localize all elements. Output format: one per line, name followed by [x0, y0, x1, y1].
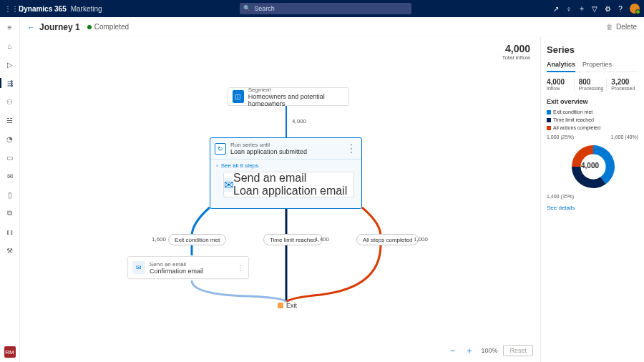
filter-icon[interactable]: ▽	[588, 5, 601, 13]
exit-label: Exit	[286, 302, 297, 309]
nav-settings2-icon[interactable]: ⚒	[4, 245, 16, 256]
exit-overview-heading: Exit overview	[547, 98, 638, 105]
donut-label-tl: 1,000 (25%)	[547, 134, 574, 140]
email-icon-2: ✉	[132, 261, 145, 274]
zoom-level: 100%	[481, 347, 497, 354]
series-type: Run series until	[230, 142, 307, 148]
page-header: ← Journey 1 Completed 🗑 Delete	[20, 17, 644, 37]
branch-time-count: 1,400	[315, 236, 329, 243]
search-box[interactable]: 🔍	[240, 3, 411, 14]
donut-center: 4,000	[581, 162, 599, 170]
segment-label: Homeowners and potential homeowners	[248, 93, 348, 107]
branch-all-pill[interactable]: All steps completed	[356, 234, 419, 245]
delete-button[interactable]: Delete	[616, 23, 637, 31]
stat-processing: 800Processing	[579, 78, 608, 91]
tab-analytics[interactable]: Analytics	[547, 61, 575, 72]
see-all-steps-link[interactable]: ›See all 8 steps	[210, 160, 361, 172]
panel-title: Series	[547, 44, 638, 55]
nav-copy-icon[interactable]: ⧉	[4, 207, 16, 219]
series-label: Loan application submitted	[230, 148, 307, 155]
zoom-out-button[interactable]: −	[447, 346, 458, 356]
status-dot-icon	[87, 25, 92, 29]
nav-menu-icon[interactable]: ≡	[4, 21, 16, 33]
nav-people-icon[interactable]: ⚇	[4, 96, 16, 107]
details-panel: Series Analytics Properties 4,000Inflow …	[540, 37, 644, 362]
stat-processed: 3,200Processed	[611, 78, 638, 91]
branch-time-pill[interactable]: Time limit reached	[263, 234, 323, 245]
segment-icon: ◫	[233, 90, 244, 103]
donut-chart: 1,000 (25%) 1,600 (40%) 1,400 (35%) 4,00…	[547, 134, 638, 199]
nav-mail-icon[interactable]: ✉	[4, 170, 16, 182]
nav-clock-icon[interactable]: ◔	[4, 133, 16, 145]
left-nav-rail: ≡ ⌂ ▷ ⇶ ⚇ ☱ ◔ ▭ ✉ ▯ ⧉ ⫾⫾ ⚒ RM	[0, 17, 20, 362]
plus-icon[interactable]: ＋	[575, 4, 588, 14]
email-node-label: Confirmation email	[150, 268, 203, 275]
email-node[interactable]: ✉ Send an email Confirmation email ⋮	[127, 256, 249, 279]
see-details-link[interactable]: See details	[547, 205, 638, 211]
donut-label-bl: 1,400 (35%)	[547, 194, 574, 199]
segment-node[interactable]: ◫ Segment Homeowners and potential homeo…	[228, 87, 349, 106]
back-button[interactable]: ←	[27, 23, 35, 31]
lightbulb-icon[interactable]: ♀	[562, 5, 575, 13]
donut-label-tr: 1,600 (40%)	[611, 134, 638, 140]
tab-properties[interactable]: Properties	[582, 61, 612, 72]
zoom-in-button[interactable]: ＋	[464, 346, 475, 356]
zoom-reset-button[interactable]: Reset	[503, 345, 533, 356]
app-launcher-icon[interactable]: ⋮⋮⋮	[4, 5, 14, 13]
segment-type: Segment	[248, 87, 348, 93]
chart-legend: Exit condition met Time limit reached Al…	[547, 109, 638, 130]
branch-exit-pill[interactable]: Exit condition met	[168, 234, 226, 245]
branch-exit-count: 1,600	[152, 236, 166, 243]
series-node[interactable]: ↻ Run series until Loan application subm…	[210, 137, 362, 209]
exit-icon	[278, 303, 283, 308]
area-name: Marketing	[71, 5, 102, 13]
product-name: Dynamics 365	[19, 5, 67, 13]
user-avatar[interactable]	[630, 4, 640, 14]
email-icon: ✉	[224, 178, 233, 192]
branch-all-count: 1,000	[414, 236, 428, 243]
chevron-right-icon: ›	[216, 162, 218, 169]
nav-chart-icon[interactable]: ⫾⫾	[4, 226, 16, 238]
status-badge: Completed	[94, 23, 129, 31]
series-more-icon[interactable]: ⋮	[346, 142, 357, 155]
email-more-icon[interactable]: ⋮	[237, 264, 244, 272]
series-icon: ↻	[215, 143, 226, 155]
journey-canvas[interactable]: 4,000 Total inflow	[20, 37, 540, 362]
nav-doc-icon[interactable]: ▯	[4, 189, 16, 200]
series-step-type: Send an email	[233, 172, 347, 185]
search-input[interactable]	[240, 3, 411, 14]
nav-home-icon[interactable]: ⌂	[4, 40, 16, 52]
email-node-type: Send an email	[150, 261, 203, 268]
stat-inflow: 4,000Inflow	[547, 78, 575, 91]
page-title: Journey 1	[39, 22, 80, 32]
share-icon[interactable]: ↗	[550, 5, 562, 13]
global-topbar: ⋮⋮⋮ Dynamics 365 Marketing 🔍 ↗ ♀ ＋ ▽ ⚙ ?	[0, 0, 644, 17]
nav-layers-icon[interactable]: ☱	[4, 114, 16, 126]
delete-icon[interactable]: 🗑	[606, 23, 613, 31]
nav-persona[interactable]: RM	[4, 346, 16, 358]
search-icon: 🔍	[243, 5, 250, 11]
settings-icon[interactable]: ⚙	[601, 5, 614, 13]
series-step-label: Loan application email	[233, 185, 347, 197]
nav-journey-icon[interactable]: ⇶	[4, 77, 16, 89]
help-icon[interactable]: ?	[614, 5, 627, 13]
nav-card-icon[interactable]: ▭	[4, 152, 16, 163]
exit-node[interactable]: Exit	[278, 302, 297, 309]
nav-play-icon[interactable]: ▷	[4, 59, 16, 70]
series-step-node[interactable]: ✉ Send an email Loan application email	[223, 172, 354, 197]
flow-count-1: 4,000	[292, 118, 306, 124]
zoom-controls: − ＋ 100% Reset	[447, 345, 533, 356]
